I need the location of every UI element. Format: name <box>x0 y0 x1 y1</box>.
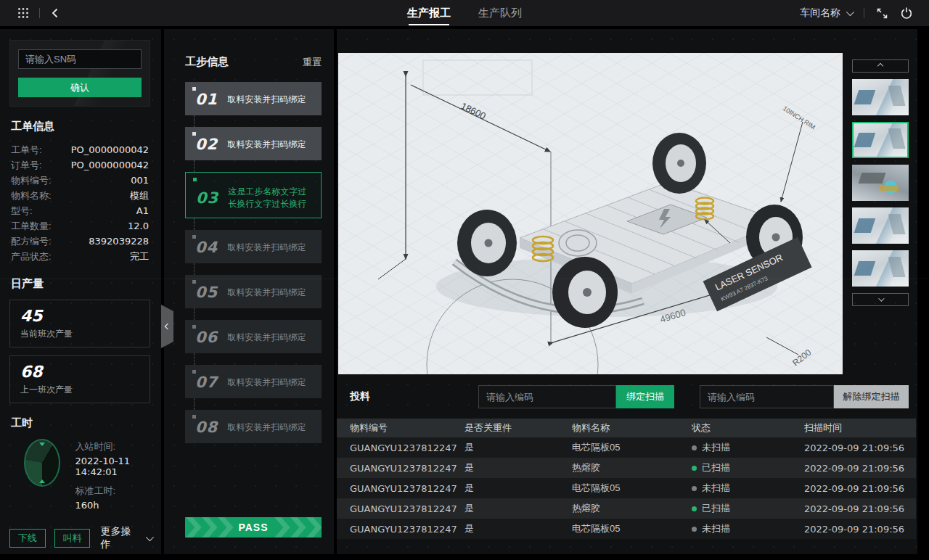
step-connector <box>194 263 195 275</box>
chevron-down-icon <box>146 533 154 541</box>
step-connector <box>194 353 195 365</box>
chevron-down-icon <box>846 8 854 16</box>
wheel <box>457 210 517 276</box>
bind-scan-button[interactable]: 绑定扫描 <box>616 385 674 408</box>
topbar-divider <box>39 8 40 18</box>
standard-hours-value: 160h <box>75 500 150 511</box>
workshop-label: 车间名称 <box>800 7 840 20</box>
step-connector <box>194 308 195 320</box>
work-hours-title: 工时 <box>11 416 149 430</box>
order-info-fields: 工单号:PO_0000000042 订单号:PO_0000000042 物料编号… <box>9 142 150 264</box>
table-row[interactable]: GUANGYU1237812247是 电芯隔板05 未扫描 2022-09-09… <box>337 437 916 458</box>
field-row: 配方编号:8392039228 <box>9 234 150 249</box>
order-info-title: 工单信息 <box>11 120 149 133</box>
call-material-button[interactable]: 叫料 <box>54 529 91 548</box>
step-item-02[interactable]: 02 取料安装并扫码绑定 <box>185 127 322 160</box>
bind-code-input[interactable] <box>478 385 616 408</box>
sidebar-collapse-handle[interactable] <box>161 305 173 348</box>
step-connector <box>194 160 195 172</box>
thumbnail-2-selected[interactable] <box>852 122 909 158</box>
thumbnail-1[interactable] <box>852 79 909 115</box>
power-icon[interactable] <box>900 7 913 20</box>
status-dot <box>692 486 697 491</box>
previous-shift-output-label: 上一班次产量 <box>20 384 139 396</box>
main-panel: 18600 49600 R200 <box>337 29 917 554</box>
field-row: 产品状态:完工 <box>9 249 150 264</box>
materials-table: 物料编号是否关重件 物料名称状态 扫描时间 GUANGYU1237812247是… <box>337 419 916 539</box>
status-dot <box>692 527 697 532</box>
step-item-08[interactable]: 08 取料安装并扫码绑定 <box>185 410 322 443</box>
field-row: 工单数量:12.0 <box>9 218 150 234</box>
field-row: 物料名称:模组 <box>9 188 150 203</box>
table-row[interactable]: GUANGYU1237812247是 热熔胶 已扫描 2022-09-09 21… <box>337 498 916 519</box>
offline-button[interactable]: 下线 <box>9 529 46 548</box>
field-row: 工单号:PO_0000000042 <box>9 142 150 157</box>
sn-input[interactable] <box>18 49 142 69</box>
field-row: 型号:A1 <box>9 203 150 218</box>
current-shift-output-card: 45 当前班次产量 <box>9 300 150 347</box>
main-tabs: 生产报工 生产队列 <box>407 0 522 26</box>
status-dot <box>692 445 697 450</box>
status-dot <box>692 506 697 511</box>
step-connector <box>194 218 195 230</box>
field-row: 物料编号:001 <box>9 173 150 188</box>
thumbnail-strip <box>852 53 909 374</box>
sn-scan-card: 确认 <box>9 40 150 107</box>
table-header-row: 物料编号是否关重件 物料名称状态 扫描时间 <box>337 419 916 437</box>
apps-grid-icon[interactable] <box>17 7 29 19</box>
step-item-06[interactable]: 06 取料安装并扫码绑定 <box>185 320 322 353</box>
pass-button[interactable]: PASS <box>185 517 322 538</box>
more-operations-button[interactable]: 更多操作 <box>100 525 152 551</box>
chevron-up-icon <box>877 63 883 69</box>
topbar: 生产报工 生产队列 车间名称 <box>0 0 929 26</box>
unbind-code-input[interactable] <box>700 385 834 408</box>
workshop-selector[interactable]: 车间名称 <box>800 7 852 20</box>
fullscreen-icon[interactable] <box>876 7 888 20</box>
thumbnail-5[interactable] <box>852 250 909 287</box>
field-row: 订单号:PO_0000000042 <box>9 157 150 173</box>
confirm-button[interactable]: 确认 <box>18 78 142 97</box>
table-row[interactable]: GUANGYU1237812247是 热熔胶 已扫描 2022-09-09 21… <box>337 458 916 478</box>
step-item-07[interactable]: 07 取料安装并扫码绑定 <box>185 365 322 398</box>
step-item-03-active[interactable]: 03 这是工步名称文字过长换行文字过长换行 <box>185 172 322 218</box>
wheel <box>652 133 706 194</box>
steps-panel: 工步信息 重置 01 取料安装并扫码绑定 02 取料安装并扫码绑定 03 这是工… <box>164 29 334 554</box>
status-dot <box>692 466 697 471</box>
back-icon[interactable] <box>50 8 60 18</box>
table-row[interactable]: GUANGYU1237812247是 电芯隔板05 未扫描 2022-09-09… <box>337 519 916 539</box>
step-item-01[interactable]: 01 取料安装并扫码绑定 <box>185 82 322 115</box>
step-item-04[interactable]: 04 取料安装并扫码绑定 <box>185 230 322 263</box>
reset-button[interactable]: 重置 <box>303 56 322 69</box>
feeding-row: 投料 绑定扫描 解除绑定扫描 <box>337 385 917 408</box>
entry-time-label: 入站时间: <box>75 440 150 453</box>
wheel <box>552 257 618 328</box>
chassis-blueprint-image[interactable]: 18600 49600 R200 <box>338 53 843 374</box>
table-row[interactable]: GUANGYU1237812247是 电芯隔板05 未扫描 2022-09-09… <box>337 478 916 498</box>
feeding-label: 投料 <box>350 390 370 403</box>
current-shift-output-label: 当前班次产量 <box>20 328 139 340</box>
chevron-down-icon <box>878 295 884 301</box>
tab-production-queue[interactable]: 生产队列 <box>478 0 522 26</box>
thumbs-scroll-down-button[interactable] <box>852 293 909 306</box>
tab-production-report[interactable]: 生产报工 <box>407 0 451 26</box>
work-hours-gauge <box>24 439 60 487</box>
chevron-left-icon <box>164 324 170 329</box>
daily-output-title: 日产量 <box>11 277 149 291</box>
entry-time-value: 2022-10-11 14:42:01 <box>75 456 150 477</box>
current-shift-output-value: 45 <box>20 307 139 325</box>
steps-title: 工步信息 <box>185 55 229 69</box>
thumbnail-4[interactable] <box>852 207 909 244</box>
step-connector <box>194 398 195 410</box>
thumbnail-3[interactable] <box>852 165 909 201</box>
step-connector <box>194 115 195 127</box>
unbind-scan-button[interactable]: 解除绑定扫描 <box>834 385 909 408</box>
standard-hours-label: 标准工时: <box>75 485 150 498</box>
topbar-divider <box>864 8 864 18</box>
thumbs-scroll-up-button[interactable] <box>852 59 909 73</box>
previous-shift-output-value: 68 <box>20 363 139 381</box>
left-sidebar: 确认 工单信息 工单号:PO_0000000042 订单号:PO_0000000… <box>0 29 161 554</box>
step-item-05[interactable]: 05 取料安装并扫码绑定 <box>185 275 322 308</box>
previous-shift-output-card: 68 上一班次产量 <box>9 355 150 403</box>
